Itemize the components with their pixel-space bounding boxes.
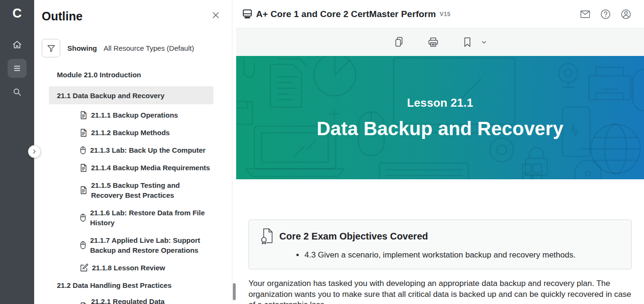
mouse-icon: [80, 146, 86, 155]
chevron-down-icon[interactable]: [481, 39, 488, 46]
header-actions: [580, 9, 632, 20]
certificate-icon: [260, 228, 275, 245]
app-window: C: [0, 0, 644, 304]
outline-panel: Outline Showing All Resource Types (Defa…: [34, 0, 232, 304]
copy-icon[interactable]: [393, 36, 405, 48]
filter-icon: [46, 44, 56, 53]
next-page-button[interactable]: [616, 37, 626, 47]
exam-objective-item: 4.3 Given a scenario, implement workstat…: [304, 249, 620, 260]
document-icon: [80, 129, 87, 137]
exam-objectives-box: Core 2 Exam Objectives Covered 4.3 Given…: [248, 220, 632, 269]
document-icon: [80, 302, 87, 304]
lesson-content: Core 2 Exam Objectives Covered 4.3 Given…: [236, 179, 644, 304]
outline-item-21-1-1[interactable]: 21.1.1 Backup Operations: [42, 110, 232, 120]
outline-item-21-1-selected[interactable]: 21.1 Data Backup and Recovery: [49, 86, 213, 104]
mouse-icon: [80, 213, 86, 222]
rail-home-button[interactable]: [8, 35, 27, 54]
rail-items: [0, 35, 34, 101]
bookmark-icon[interactable]: [461, 36, 474, 48]
outline-item-21-1-7[interactable]: 21.1.7 Applied Live Lab: Support Backup …: [42, 235, 232, 255]
outline-item-21-1-8[interactable]: 21.1.8 Lesson Review: [42, 263, 232, 273]
edit-icon: [80, 264, 88, 272]
document-icon: [80, 186, 87, 194]
previous-page-button[interactable]: [255, 37, 265, 47]
home-icon: [12, 39, 22, 50]
outline-section-module-21-0[interactable]: Module 21.0 Introduction: [42, 70, 232, 80]
filter-button[interactable]: [42, 39, 60, 57]
chevron-right-icon: [32, 149, 37, 154]
account-icon[interactable]: [620, 9, 632, 20]
outline-item-21-1-3[interactable]: 21.1.3 Lab: Back Up the Computer: [42, 145, 232, 155]
toolbar-center-group: [393, 36, 488, 48]
lesson-toolbar: [236, 28, 644, 56]
help-icon[interactable]: [600, 9, 611, 20]
filter-showing-label: Showing: [67, 44, 97, 52]
bookmark-group: [461, 36, 488, 48]
rail-search-button[interactable]: [8, 83, 27, 101]
exam-objectives-list: 4.3 Given a scenario, implement workstat…: [304, 249, 620, 260]
outline-list: Module 21.0 Introduction 21.1 Data Backu…: [42, 70, 232, 304]
lesson-title: Data Backup and Recovery: [317, 118, 564, 139]
exam-objectives-title: Core 2 Exam Objectives Covered: [279, 231, 428, 242]
print-icon[interactable]: [427, 36, 440, 48]
outline-item-21-1-6[interactable]: 21.1.6 Lab: Restore Data from File Histo…: [42, 208, 232, 228]
outline-item-21-1-2[interactable]: 21.1.2 Backup Methods: [42, 128, 232, 138]
document-icon: [80, 111, 87, 120]
main-pane: A+ Core 1 and Core 2 CertMaster Perform …: [236, 0, 644, 304]
filter-row: Showing All Resource Types (Default): [42, 39, 232, 57]
search-icon: [12, 87, 22, 97]
document-icon: [80, 164, 87, 172]
outline-item-21-1-4[interactable]: 21.1.4 Backup Media Requirements: [42, 163, 232, 173]
course-version-badge: V15: [440, 11, 451, 18]
close-icon[interactable]: [211, 10, 221, 20]
course-header: A+ Core 1 and Core 2 CertMaster Perform …: [236, 0, 644, 28]
banner-text: Lesson 21.1 Data Backup and Recovery: [236, 56, 644, 179]
outline-scrollbar: [232, 0, 236, 304]
lesson-intro-paragraph: Your organization has tasked you with de…: [248, 278, 632, 304]
comptia-logo: C: [0, 0, 34, 27]
outline-item-21-2-1[interactable]: 21.2.1 Regulated Data Classification: [42, 296, 232, 304]
lesson-number: Lesson 21.1: [407, 96, 473, 110]
mail-icon[interactable]: [580, 9, 591, 20]
rail-outline-button[interactable]: [8, 59, 27, 78]
course-title: A+ Core 1 and Core 2 CertMaster Perform: [256, 9, 436, 19]
filter-value: All Resource Types (Default): [104, 44, 194, 52]
panel-toggle-button[interactable]: [28, 145, 41, 158]
ebook-icon: [242, 9, 253, 19]
menu-icon: [12, 64, 22, 73]
outline-section-21-2[interactable]: 21.2 Data Handling Best Practices: [42, 280, 232, 290]
mouse-icon: [80, 241, 86, 249]
lesson-banner: Lesson 21.1 Data Backup and Recovery: [236, 56, 644, 179]
outline-scrollbar-thumb[interactable]: [233, 283, 236, 300]
logo-text: C: [12, 6, 22, 21]
outline-panel-title: Outline: [42, 9, 83, 24]
outline-item-21-1-5[interactable]: 21.1.5 Backup Testing and Recovery Best …: [42, 180, 232, 200]
